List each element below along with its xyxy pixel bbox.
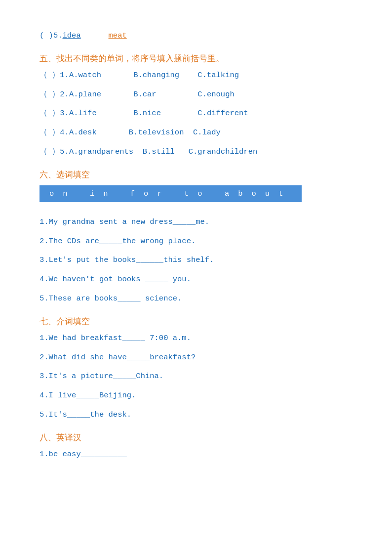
section5-item2: （ ）2.A.plane B.car C.enough [39,88,353,101]
section6-item5: 5.These are books_____ science. [39,293,353,305]
section7-item3: 3.It's a picture_____China. [39,370,353,383]
section5-title: 五、找出不同类的单词，将序号填入题前括号里。 [39,53,353,64]
section6-title: 六、选词填空 [39,169,353,180]
section7-item5: 5.It's_____the desk. [39,409,353,421]
section7-item2: 2.What did she have_____breakfast? [39,351,353,364]
section7-item4: 4.I live_____Beijing. [39,389,353,402]
section6-item1: 1.My grandma sent a new dress_____me. [39,216,353,228]
section5-item5: （ ）5.A.grandparents B.still C.grandchild… [39,146,353,158]
section8-title: 八、英译汉 [39,432,353,443]
section5-item3: （ ）3.A.life B.nice C.different [39,107,353,120]
section8-item1: 1.be easy__________ [39,448,353,461]
section7-item1: 1.We had breakfast_____ 7:00 a.m. [39,332,353,344]
section7-title: 七、介词填空 [39,316,353,327]
word-idea: idea [63,31,81,40]
section5-item1: （ ）1.A.watch B.changing C.talking [39,69,353,82]
section6-item2: 2.The CDs are_____the wrong place. [39,235,353,248]
section6-item3: 3.Let's put the books______this shelf. [39,254,353,266]
header-item5: ( )5.idea meat [39,30,353,42]
word-meat: meat [109,31,127,40]
section6-item4: 4.We haven't got books _____ you. [39,273,353,286]
paren: ( )5. [39,31,63,40]
section5-item4: （ ）4.A.desk B.television C.lady [39,127,353,139]
word-options-box: on in for to about [39,185,302,202]
